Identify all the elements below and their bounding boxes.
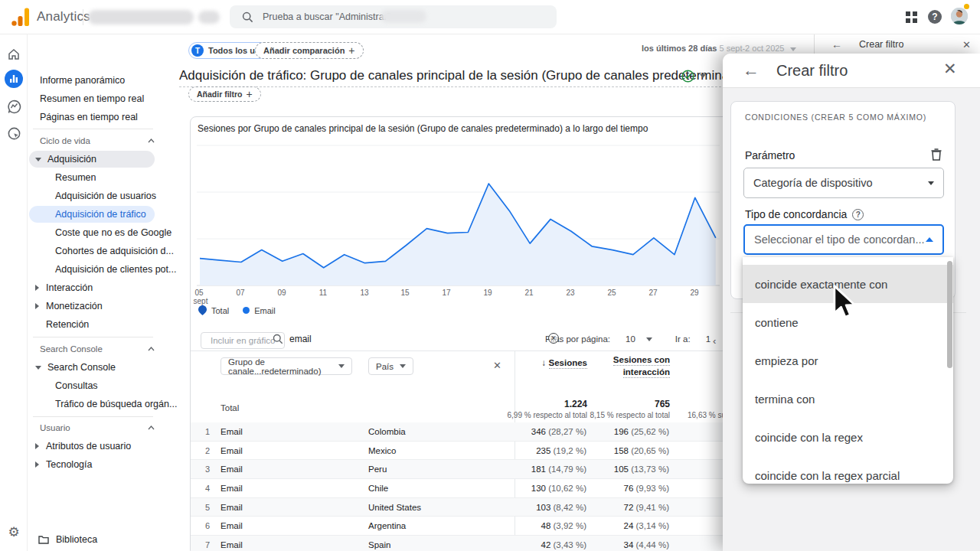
user-avatar[interactable]: [951, 8, 968, 24]
dimension-select-channel[interactable]: Grupo de canale...redeterminado): [220, 357, 352, 375]
sidebar-item-coste-no-google[interactable]: Coste que no es de Google: [55, 224, 172, 241]
chart-legend: Total Email: [198, 305, 276, 315]
date-range-picker[interactable]: los últimos 28 días 5 sept-2 oct 2025: [642, 44, 796, 53]
delete-condition-icon[interactable]: [930, 148, 942, 161]
title-caret-icon[interactable]: [700, 74, 706, 78]
caret-down-icon[interactable]: [646, 337, 652, 341]
sidebar-item-retencion[interactable]: Retención: [46, 316, 89, 333]
dropdown-option-begins[interactable]: empieza por: [743, 341, 953, 380]
prev-page-icon[interactable]: ‹: [713, 335, 716, 347]
mouse-cursor: [831, 285, 858, 320]
sidebar-item-tecnologia[interactable]: Tecnología: [35, 456, 92, 473]
account-name-blur[interactable]: [88, 10, 194, 24]
caret-down-icon: [928, 181, 934, 185]
plus-icon: +: [247, 88, 253, 100]
back-button[interactable]: ←: [743, 60, 760, 80]
column-engaged-sessions-2: interacción: [578, 367, 670, 377]
page-size-select[interactable]: 10: [626, 334, 635, 344]
series-dot-icon: [243, 307, 250, 314]
row-index: 4: [205, 484, 210, 493]
match-type-select[interactable]: Seleccionar el tipo de concordan...: [743, 224, 944, 255]
back-icon[interactable]: ←: [831, 38, 842, 51]
sidebar-item-monetizacion[interactable]: Monetización: [35, 298, 103, 315]
sidebar-item-paginas-tiempo-real[interactable]: Páginas en tiempo real: [40, 109, 138, 126]
sidebar-item-informe-panoramico[interactable]: Informe panorámico: [40, 72, 125, 89]
section-search-console[interactable]: Search Console: [40, 341, 155, 357]
cell-channel: Email: [220, 484, 243, 493]
caret-up-icon: [926, 237, 933, 242]
audience-avatar: T: [191, 44, 204, 57]
dimension-select-country[interactable]: País: [368, 357, 413, 375]
add-filter-chip[interactable]: Añadir filtro+: [188, 86, 261, 102]
app-bar: Analytics Prueba a buscar "Administrar" …: [0, 0, 980, 34]
folder-icon: [38, 535, 49, 544]
section-usuario[interactable]: Usuario: [40, 419, 155, 436]
analytics-logo[interactable]: Analytics: [11, 7, 90, 27]
collapse-arrow-icon: [35, 285, 39, 291]
explore-icon[interactable]: [5, 97, 23, 116]
dropdown-scrollbar[interactable]: [947, 261, 952, 368]
cell-channel: Email: [220, 446, 243, 455]
goto-label: Ir a:: [675, 334, 691, 344]
table-search-value: email: [289, 334, 312, 344]
cell-country: Colombia: [368, 427, 406, 436]
legend-total[interactable]: Total: [198, 305, 229, 315]
total-label: Total: [220, 403, 239, 412]
x-tick-month: sept: [194, 297, 208, 305]
column-engaged-sessions[interactable]: Sesiones con: [578, 355, 670, 364]
search-icon: [242, 11, 253, 23]
dropdown-option-regex-partial[interactable]: coincide con la regex parcial: [743, 456, 953, 484]
plus-icon: +: [348, 44, 354, 57]
add-comparison-chip[interactable]: Añadir comparación+: [255, 42, 364, 59]
sidebar-item-adquisicion[interactable]: Adquisición: [35, 151, 96, 168]
sidebar-item-atributos-usuario[interactable]: Atributos de usuario: [35, 438, 131, 455]
sidebar-item-adquisicion-usuarios[interactable]: Adquisición de usuarios: [55, 187, 156, 204]
sidebar-item-trafico-organico[interactable]: Tráfico de búsqueda orgán...: [55, 396, 177, 412]
cell-channel: Email: [220, 503, 243, 512]
sidebar-item-resumen-tiempo-real[interactable]: Resumen en tiempo real: [40, 90, 144, 107]
x-tick: 23: [566, 289, 574, 297]
sidebar-item-cohortes[interactable]: Cohortes de adquisición d...: [55, 243, 174, 259]
help-icon[interactable]: ?: [928, 10, 942, 24]
cell-country: Spain: [368, 540, 390, 549]
apps-grid-icon[interactable]: [906, 11, 917, 23]
dropdown-option-regex[interactable]: coincide con la regex: [743, 418, 953, 456]
sidebar-item-consultas[interactable]: Consultas: [55, 377, 98, 394]
avatar-photo: [951, 8, 968, 24]
property-name-blur[interactable]: [198, 11, 220, 24]
divider: [33, 129, 153, 129]
cell-country: United States: [368, 503, 421, 512]
sidebar-item-interaccion[interactable]: Interacción: [35, 279, 93, 296]
sidebar-item-resumen[interactable]: Resumen: [55, 169, 96, 186]
divider: [33, 416, 153, 417]
reports-icon[interactable]: [5, 70, 23, 88]
close-button[interactable]: ✕: [943, 60, 957, 78]
cell-country: Argentina: [368, 521, 406, 530]
device-category-select[interactable]: Categoría de dispositivo: [743, 168, 944, 198]
advertising-icon[interactable]: [5, 124, 23, 142]
saved-indicator-icon[interactable]: [681, 70, 694, 83]
caret-down-icon: [400, 364, 406, 368]
sidebar-item-clientes-potenciales[interactable]: Adquisición de clientes pot...: [55, 261, 176, 278]
section-ciclo-de-vida[interactable]: Ciclo de vida: [40, 132, 155, 149]
sidebar-item-biblioteca[interactable]: Biblioteca: [38, 531, 97, 548]
screen: Analytics Prueba a buscar "Administrar" …: [0, 0, 980, 551]
x-tick: 11: [319, 289, 327, 297]
cell-country: Mexico: [368, 446, 396, 455]
clear-search-icon[interactable]: ✕: [548, 333, 559, 344]
x-tick: 07: [236, 289, 244, 297]
sidebar-item-adquisicion-trafico[interactable]: Adquisición de tráfico: [55, 206, 146, 223]
table-search[interactable]: email: [273, 334, 312, 344]
close-icon[interactable]: ✕: [962, 39, 971, 51]
cell-channel: Email: [220, 521, 243, 530]
sidebar-item-search-console[interactable]: Search Console: [35, 359, 116, 376]
home-icon[interactable]: [5, 45, 23, 64]
legend-email[interactable]: Email: [243, 306, 276, 315]
admin-gear-icon[interactable]: ⚙: [5, 523, 23, 541]
sessions-chart[interactable]: [191, 130, 720, 291]
column-sessions[interactable]: ↓ Sesiones: [495, 358, 587, 367]
help-circle-icon[interactable]: ?: [852, 209, 864, 220]
goto-page-value[interactable]: 1: [706, 334, 710, 344]
dropdown-option-ends[interactable]: termina con: [743, 380, 953, 418]
global-search[interactable]: Prueba a buscar "Administrar": [230, 5, 557, 28]
